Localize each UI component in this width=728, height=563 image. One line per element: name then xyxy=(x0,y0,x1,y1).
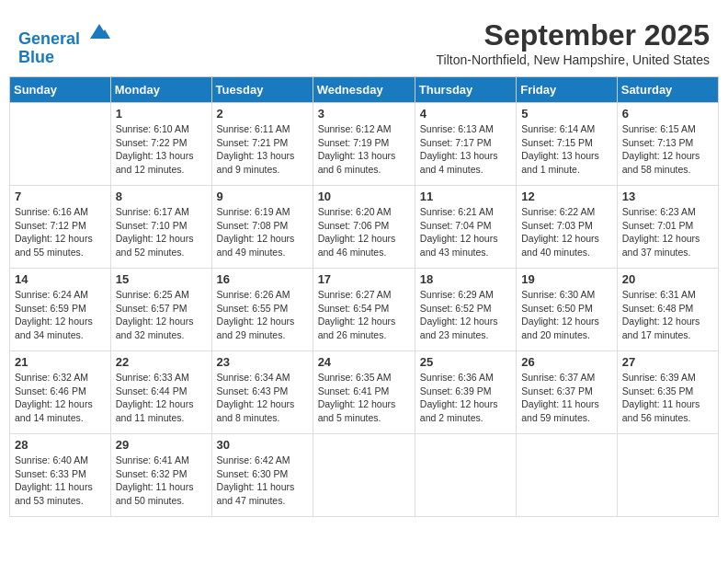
day-info: Sunrise: 6:26 AMSunset: 6:55 PMDaylight:… xyxy=(217,288,308,342)
calendar-cell xyxy=(10,103,111,186)
calendar-cell: 27Sunrise: 6:39 AMSunset: 6:35 PMDayligh… xyxy=(617,351,718,434)
calendar-cell xyxy=(313,434,415,517)
calendar-cell: 4Sunrise: 6:13 AMSunset: 7:17 PMDaylight… xyxy=(415,103,516,186)
day-info: Sunrise: 6:32 AMSunset: 6:46 PMDaylight:… xyxy=(15,371,106,425)
day-info: Sunrise: 6:33 AMSunset: 6:44 PMDaylight:… xyxy=(116,371,207,425)
day-number: 23 xyxy=(217,355,308,369)
calendar-cell: 20Sunrise: 6:31 AMSunset: 6:48 PMDayligh… xyxy=(617,269,718,351)
day-header-monday: Monday xyxy=(110,77,211,103)
day-number: 24 xyxy=(318,355,410,369)
day-info: Sunrise: 6:15 AMSunset: 7:13 PMDaylight:… xyxy=(622,122,713,177)
page-header: General Blue September 2025 Tilton-North… xyxy=(9,9,719,72)
day-info: Sunrise: 6:39 AMSunset: 6:35 PMDaylight:… xyxy=(622,371,713,425)
day-info: Sunrise: 6:20 AMSunset: 7:06 PMDaylight:… xyxy=(318,205,410,259)
title-section: September 2025 Tilton-Northfield, New Ha… xyxy=(437,18,711,67)
calendar-cell: 25Sunrise: 6:36 AMSunset: 6:39 PMDayligh… xyxy=(415,351,516,434)
calendar-cell: 7Sunrise: 6:16 AMSunset: 7:12 PMDaylight… xyxy=(10,186,111,269)
day-number: 4 xyxy=(420,107,511,121)
day-header-saturday: Saturday xyxy=(617,77,718,103)
calendar-cell xyxy=(617,434,718,517)
day-info: Sunrise: 6:34 AMSunset: 6:43 PMDaylight:… xyxy=(217,371,308,425)
calendar-cell: 23Sunrise: 6:34 AMSunset: 6:43 PMDayligh… xyxy=(211,351,313,434)
day-header-wednesday: Wednesday xyxy=(313,77,415,103)
day-info: Sunrise: 6:12 AMSunset: 7:19 PMDaylight:… xyxy=(318,122,410,177)
day-info: Sunrise: 6:24 AMSunset: 6:59 PMDaylight:… xyxy=(15,288,106,342)
day-info: Sunrise: 6:36 AMSunset: 6:39 PMDaylight:… xyxy=(420,371,511,425)
day-number: 2 xyxy=(217,107,308,121)
day-number: 8 xyxy=(116,190,207,203)
calendar-cell xyxy=(415,434,516,517)
location: Tilton-Northfield, New Hampshire, United… xyxy=(437,52,711,67)
day-info: Sunrise: 6:17 AMSunset: 7:10 PMDaylight:… xyxy=(116,205,207,259)
day-info: Sunrise: 6:40 AMSunset: 6:33 PMDaylight:… xyxy=(15,454,106,508)
calendar-cell: 28Sunrise: 6:40 AMSunset: 6:33 PMDayligh… xyxy=(10,434,111,517)
calendar-cell: 19Sunrise: 6:30 AMSunset: 6:50 PMDayligh… xyxy=(517,269,618,351)
day-header-sunday: Sunday xyxy=(10,77,111,103)
calendar-table: SundayMondayTuesdayWednesdayThursdayFrid… xyxy=(9,76,719,517)
logo-blue: Blue xyxy=(18,48,54,66)
calendar-cell: 1Sunrise: 6:10 AMSunset: 7:22 PMDaylight… xyxy=(110,103,211,186)
calendar-cell xyxy=(517,434,618,517)
day-header-tuesday: Tuesday xyxy=(211,77,313,103)
logo: General Blue xyxy=(18,18,112,67)
calendar-cell: 14Sunrise: 6:24 AMSunset: 6:59 PMDayligh… xyxy=(10,269,111,351)
day-number: 9 xyxy=(217,190,308,203)
calendar-cell: 18Sunrise: 6:29 AMSunset: 6:52 PMDayligh… xyxy=(415,269,516,351)
week-row-2: 7Sunrise: 6:16 AMSunset: 7:12 PMDaylight… xyxy=(10,186,719,269)
calendar-cell: 22Sunrise: 6:33 AMSunset: 6:44 PMDayligh… xyxy=(110,351,211,434)
day-info: Sunrise: 6:11 AMSunset: 7:21 PMDaylight:… xyxy=(217,122,308,177)
calendar-cell: 24Sunrise: 6:35 AMSunset: 6:41 PMDayligh… xyxy=(313,351,415,434)
calendar-cell: 11Sunrise: 6:21 AMSunset: 7:04 PMDayligh… xyxy=(415,186,516,269)
calendar-cell: 21Sunrise: 6:32 AMSunset: 6:46 PMDayligh… xyxy=(10,351,111,434)
day-number: 11 xyxy=(420,190,511,203)
day-info: Sunrise: 6:27 AMSunset: 6:54 PMDaylight:… xyxy=(318,288,410,342)
calendar-cell: 16Sunrise: 6:26 AMSunset: 6:55 PMDayligh… xyxy=(211,269,313,351)
day-info: Sunrise: 6:19 AMSunset: 7:08 PMDaylight:… xyxy=(217,205,308,259)
day-number: 20 xyxy=(622,272,713,286)
month-title: September 2025 xyxy=(437,18,711,52)
day-info: Sunrise: 6:22 AMSunset: 7:03 PMDaylight:… xyxy=(521,205,612,259)
day-info: Sunrise: 6:42 AMSunset: 6:30 PMDaylight:… xyxy=(217,454,308,508)
calendar-cell: 8Sunrise: 6:17 AMSunset: 7:10 PMDaylight… xyxy=(110,186,211,269)
day-number: 15 xyxy=(116,272,207,286)
day-number: 26 xyxy=(521,355,612,369)
day-number: 5 xyxy=(521,107,612,121)
calendar-cell: 26Sunrise: 6:37 AMSunset: 6:37 PMDayligh… xyxy=(517,351,618,434)
day-number: 29 xyxy=(116,438,207,452)
day-number: 1 xyxy=(116,107,207,121)
day-number: 17 xyxy=(318,272,410,286)
day-info: Sunrise: 6:29 AMSunset: 6:52 PMDaylight:… xyxy=(420,288,511,342)
calendar-cell: 30Sunrise: 6:42 AMSunset: 6:30 PMDayligh… xyxy=(211,434,313,517)
day-number: 19 xyxy=(521,272,612,286)
day-info: Sunrise: 6:31 AMSunset: 6:48 PMDaylight:… xyxy=(622,288,713,342)
logo-general: General xyxy=(18,29,80,48)
day-number: 21 xyxy=(15,355,106,369)
day-header-thursday: Thursday xyxy=(415,77,516,103)
day-number: 18 xyxy=(420,272,511,286)
day-info: Sunrise: 6:10 AMSunset: 7:22 PMDaylight:… xyxy=(116,122,207,177)
calendar-cell: 12Sunrise: 6:22 AMSunset: 7:03 PMDayligh… xyxy=(517,186,618,269)
calendar-cell: 6Sunrise: 6:15 AMSunset: 7:13 PMDaylight… xyxy=(617,103,718,186)
day-number: 30 xyxy=(217,438,308,452)
calendar-cell: 9Sunrise: 6:19 AMSunset: 7:08 PMDaylight… xyxy=(211,186,313,269)
calendar-header-row: SundayMondayTuesdayWednesdayThursdayFrid… xyxy=(10,77,719,103)
day-info: Sunrise: 6:35 AMSunset: 6:41 PMDaylight:… xyxy=(318,371,410,425)
week-row-1: 1Sunrise: 6:10 AMSunset: 7:22 PMDaylight… xyxy=(10,103,719,186)
day-header-friday: Friday xyxy=(517,77,618,103)
calendar-cell: 2Sunrise: 6:11 AMSunset: 7:21 PMDaylight… xyxy=(211,103,313,186)
day-number: 14 xyxy=(15,272,106,286)
day-info: Sunrise: 6:14 AMSunset: 7:15 PMDaylight:… xyxy=(521,122,612,177)
calendar-cell: 29Sunrise: 6:41 AMSunset: 6:32 PMDayligh… xyxy=(110,434,211,517)
calendar-cell: 15Sunrise: 6:25 AMSunset: 6:57 PMDayligh… xyxy=(110,269,211,351)
day-info: Sunrise: 6:37 AMSunset: 6:37 PMDaylight:… xyxy=(521,371,612,425)
logo-icon xyxy=(86,18,112,44)
calendar-cell: 5Sunrise: 6:14 AMSunset: 7:15 PMDaylight… xyxy=(517,103,618,186)
day-number: 3 xyxy=(318,107,410,121)
calendar-cell: 17Sunrise: 6:27 AMSunset: 6:54 PMDayligh… xyxy=(313,269,415,351)
day-number: 28 xyxy=(15,438,106,452)
day-number: 12 xyxy=(521,190,612,203)
calendar-cell: 3Sunrise: 6:12 AMSunset: 7:19 PMDaylight… xyxy=(313,103,415,186)
week-row-3: 14Sunrise: 6:24 AMSunset: 6:59 PMDayligh… xyxy=(10,269,719,351)
day-info: Sunrise: 6:21 AMSunset: 7:04 PMDaylight:… xyxy=(420,205,511,259)
calendar-cell: 10Sunrise: 6:20 AMSunset: 7:06 PMDayligh… xyxy=(313,186,415,269)
